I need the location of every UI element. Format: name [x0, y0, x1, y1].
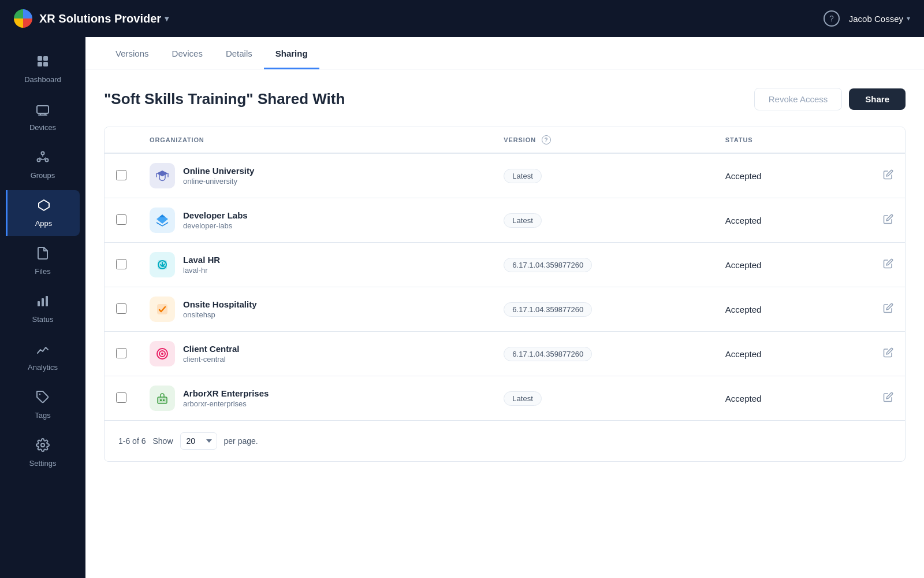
org-icon-client-central	[150, 341, 175, 366]
sidebar-item-analytics[interactable]: Analytics	[6, 334, 80, 380]
edit-icon-arborxr-enterprises[interactable]	[883, 393, 893, 405]
app-name[interactable]: XR Solutions Provider ▾	[39, 12, 169, 25]
tab-sharing[interactable]: Sharing	[264, 37, 319, 69]
page-header: "Soft Skills Training" Shared With Revok…	[104, 88, 906, 110]
tab-devices[interactable]: Devices	[161, 37, 214, 69]
table-row: Laval HR laval-hr 6.17.1.04.359877260 Ac…	[105, 243, 905, 287]
row-checkbox-developer-labs[interactable]	[116, 214, 126, 225]
row-checkbox-cell-arborxr-enterprises	[105, 376, 138, 421]
tab-details[interactable]: Details	[214, 37, 264, 69]
org-name-laval-hr: Laval HR	[183, 255, 220, 265]
row-checkbox-cell-onsite-hospitality	[105, 287, 138, 332]
status-icon	[36, 294, 50, 312]
th-checkbox	[105, 127, 138, 153]
org-info-laval-hr: Laval HR laval-hr	[183, 255, 220, 275]
analytics-icon	[36, 342, 50, 360]
sidebar-item-label: Devices	[29, 123, 56, 132]
svg-point-6	[38, 159, 40, 162]
apps-icon	[37, 198, 51, 216]
tab-versions[interactable]: Versions	[104, 37, 161, 69]
th-version-label: VERSION	[504, 136, 536, 143]
row-checkbox-cell-online-university	[105, 153, 138, 198]
sidebar-item-label: Files	[35, 267, 50, 276]
sidebar-item-label: Analytics	[28, 363, 58, 372]
row-edit-cell-online-university	[871, 153, 905, 198]
tab-bar: Versions Devices Details Sharing	[85, 37, 924, 69]
sidebar-item-status[interactable]: Status	[6, 286, 80, 332]
org-slug-laval-hr: laval-hr	[183, 266, 220, 275]
sidebar-item-label: Tags	[35, 411, 50, 420]
svg-rect-19	[158, 397, 167, 403]
svg-rect-10	[46, 296, 48, 306]
topnav-right: ? Jacob Cossey ▾	[824, 10, 910, 27]
org-info-developer-labs: Developer Labs developer-labs	[183, 210, 248, 230]
row-checkbox-onsite-hospitality[interactable]	[116, 303, 126, 314]
edit-icon-client-central[interactable]	[883, 349, 893, 360]
row-checkbox-client-central[interactable]	[116, 348, 126, 358]
sidebar-item-devices[interactable]: Devices	[6, 94, 80, 140]
row-checkbox-arborxr-enterprises[interactable]	[116, 392, 126, 403]
svg-rect-8	[38, 301, 40, 306]
row-checkbox-laval-hr[interactable]	[116, 259, 126, 269]
org-info-arborxr-enterprises: ArborXR Enterprises arborxr-enterprises	[183, 388, 269, 408]
app-layout: Dashboard Devices Groups Apps	[0, 37, 924, 578]
app-name-text: XR Solutions Provider	[39, 12, 161, 25]
sidebar-item-groups[interactable]: Groups	[6, 142, 80, 188]
org-slug-developer-labs: developer-labs	[183, 221, 248, 230]
top-navigation: XR Solutions Provider ▾ ? Jacob Cossey ▾	[0, 0, 924, 37]
org-name-online-university: Online University	[183, 166, 254, 176]
revoke-access-button[interactable]: Revoke Access	[754, 88, 843, 110]
org-name-arborxr-enterprises: ArborXR Enterprises	[183, 388, 269, 398]
pagination-per-page-suffix: per page.	[224, 436, 258, 446]
th-version: VERSION ?	[492, 127, 714, 153]
edit-icon-online-university[interactable]	[883, 171, 893, 182]
sidebar-item-apps[interactable]: Apps	[6, 190, 80, 236]
row-org-cell-onsite-hospitality: Onsite Hospitality onsitehsp	[138, 287, 492, 332]
sidebar-item-settings[interactable]: Settings	[6, 430, 80, 476]
status-text-laval-hr: Accepted	[725, 260, 762, 270]
row-status-cell-laval-hr: Accepted	[714, 243, 871, 287]
org-info-online-university: Online University online-university	[183, 166, 254, 186]
pagination-show-label: Show	[152, 436, 173, 446]
sidebar-item-tags[interactable]: Tags	[6, 382, 80, 428]
row-checkbox-online-university[interactable]	[116, 170, 126, 180]
version-badge: Latest	[504, 213, 541, 228]
app-name-chevron: ▾	[165, 14, 169, 23]
version-badge: 6.17.1.04.359877260	[504, 258, 592, 272]
version-badge: Latest	[504, 169, 541, 183]
org-name-client-central: Client Central	[183, 344, 240, 354]
org-cell-online-university: Online University online-university	[150, 163, 480, 188]
sidebar-item-dashboard[interactable]: Dashboard	[6, 46, 80, 92]
table-header-row: ORGANIZATION VERSION ? STATUS	[105, 127, 905, 153]
svg-rect-22	[163, 399, 165, 401]
per-page-select[interactable]: 102050100	[180, 432, 217, 450]
user-menu[interactable]: Jacob Cossey ▾	[849, 14, 910, 24]
table-body: Online University online-university Late…	[105, 153, 905, 420]
table-row: Onsite Hospitality onsitehsp 6.17.1.04.3…	[105, 287, 905, 332]
status-text-arborxr-enterprises: Accepted	[725, 394, 762, 403]
org-slug-arborxr-enterprises: arborxr-enterprises	[183, 399, 269, 408]
share-button[interactable]: Share	[849, 88, 906, 110]
help-button[interactable]: ?	[824, 10, 840, 27]
page-content: "Soft Skills Training" Shared With Revok…	[85, 69, 924, 480]
sidebar-item-label: Dashboard	[24, 75, 61, 84]
org-info-client-central: Client Central client-central	[183, 344, 240, 364]
edit-icon-laval-hr[interactable]	[883, 260, 893, 271]
row-status-cell-arborxr-enterprises: Accepted	[714, 376, 871, 421]
version-help-icon[interactable]: ?	[542, 135, 551, 144]
row-status-cell-client-central: Accepted	[714, 332, 871, 376]
edit-icon-developer-labs[interactable]	[883, 215, 893, 227]
edit-icon-onsite-hospitality[interactable]	[883, 304, 893, 316]
sidebar-item-files[interactable]: Files	[6, 238, 80, 284]
row-edit-cell-arborxr-enterprises	[871, 376, 905, 421]
svg-rect-21	[160, 399, 162, 401]
svg-rect-0	[38, 56, 42, 61]
svg-point-7	[46, 159, 49, 162]
tags-icon	[36, 390, 50, 407]
status-text-onsite-hospitality: Accepted	[725, 305, 762, 314]
org-info-onsite-hospitality: Onsite Hospitality onsitehsp	[183, 299, 257, 319]
org-icon-arborxr-enterprises	[150, 386, 175, 411]
version-badge: Latest	[504, 391, 541, 406]
status-text-client-central: Accepted	[725, 349, 762, 359]
row-version-cell-laval-hr: 6.17.1.04.359877260	[492, 243, 714, 287]
